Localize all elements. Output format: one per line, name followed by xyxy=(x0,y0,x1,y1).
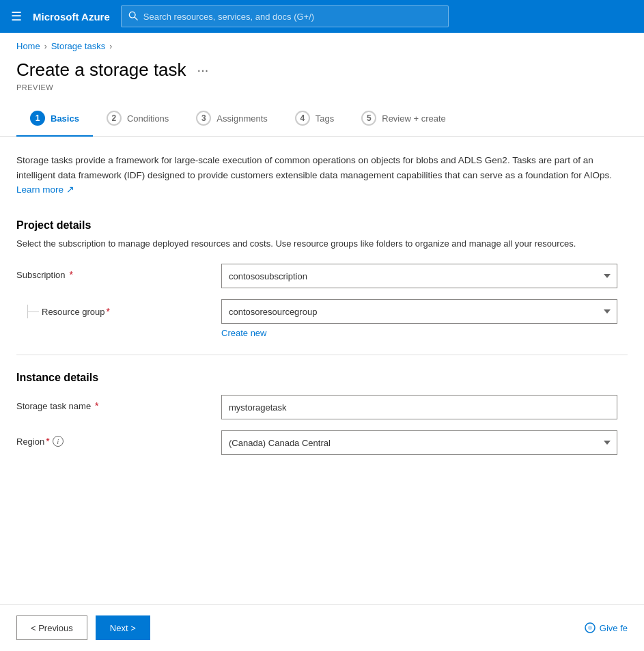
wizard-step-5[interactable]: 5 Review + create xyxy=(348,100,460,137)
region-select[interactable]: (Canada) Canada Central xyxy=(221,430,617,455)
storage-task-name-group: Storage task name * xyxy=(16,395,628,419)
step-circle-5: 5 xyxy=(361,111,376,126)
breadcrumb-storage-tasks[interactable]: Storage tasks xyxy=(51,41,106,51)
page-title: Create a storage task xyxy=(16,59,186,81)
storage-task-name-field-col xyxy=(221,395,617,419)
step-label-3: Assignments xyxy=(216,113,267,124)
project-details-desc: Select the subscription to manage deploy… xyxy=(16,237,628,251)
region-label: Region xyxy=(16,437,44,447)
wizard-steps: 1 Basics 2 Conditions 3 Assignments 4 Ta… xyxy=(0,100,644,137)
breadcrumb-sep-1: › xyxy=(44,42,47,51)
subscription-select-wrapper: contososubscription xyxy=(221,264,617,288)
storage-task-name-label: Storage task name xyxy=(16,401,91,411)
subscription-field-col: contososubscription xyxy=(221,264,617,288)
region-required: * xyxy=(46,436,49,447)
resource-group-label: Resource group xyxy=(42,307,105,317)
region-select-wrapper: (Canada) Canada Central xyxy=(221,430,617,455)
instance-details-title: Instance details xyxy=(16,372,628,384)
subscription-select[interactable]: contososubscription xyxy=(221,264,617,288)
step-circle-2: 2 xyxy=(107,111,122,126)
step-label-5: Review + create xyxy=(382,113,446,124)
search-input[interactable] xyxy=(143,12,441,22)
storage-task-name-input[interactable] xyxy=(221,395,617,419)
section-divider xyxy=(16,355,628,355)
learn-more-link[interactable]: Learn more ↗ xyxy=(16,184,74,195)
next-button[interactable]: Next > xyxy=(96,615,150,640)
wizard-step-3[interactable]: 3 Assignments xyxy=(182,100,281,137)
topbar: ☰ Microsoft Azure xyxy=(0,0,644,33)
step-label-2: Conditions xyxy=(127,113,169,124)
region-field-col: (Canada) Canada Central xyxy=(221,430,617,455)
search-icon xyxy=(128,11,138,23)
description-text: Storage tasks provide a framework for la… xyxy=(16,153,617,197)
footer-bar: < Previous Next > Give fe xyxy=(0,604,644,651)
previous-button[interactable]: < Previous xyxy=(16,615,87,640)
page-header: Create a storage task ··· xyxy=(0,54,644,83)
resource-group-select[interactable]: contosoresourcegroup xyxy=(221,299,617,324)
wizard-step-1[interactable]: 1 Basics xyxy=(16,100,93,137)
region-info-icon[interactable]: i xyxy=(53,436,64,447)
region-group: Region * i (Canada) Canada Central xyxy=(16,430,628,455)
step-circle-4: 4 xyxy=(295,111,310,126)
wizard-step-2[interactable]: 2 Conditions xyxy=(93,100,182,137)
breadcrumb-sep-2: › xyxy=(109,42,112,51)
resource-group-select-wrapper: contosoresourcegroup xyxy=(221,299,617,324)
wizard-step-4[interactable]: 4 Tags xyxy=(281,100,348,137)
search-box xyxy=(121,5,449,27)
storage-task-name-required: * xyxy=(95,400,98,411)
step-circle-3: 3 xyxy=(196,111,211,126)
hamburger-menu[interactable]: ☰ xyxy=(11,9,22,24)
breadcrumb-home[interactable]: Home xyxy=(16,41,40,51)
svg-point-3 xyxy=(588,626,592,630)
resource-group-field-col: contosoresourcegroup Create new xyxy=(221,299,617,338)
page-more-button[interactable]: ··· xyxy=(195,59,212,81)
preview-badge: PREVIEW xyxy=(0,83,644,100)
step-label-4: Tags xyxy=(316,113,334,124)
subscription-group: Subscription * contososubscription xyxy=(16,264,628,288)
breadcrumb: Home › Storage tasks › xyxy=(0,33,644,54)
step-circle-1: 1 xyxy=(30,111,45,126)
step-label-1: Basics xyxy=(51,113,79,124)
resource-group-required: * xyxy=(107,306,110,317)
give-feedback[interactable]: Give fe xyxy=(585,622,628,633)
resource-group-group: Resource group * contosoresourcegroup Cr… xyxy=(16,299,628,338)
app-title: Microsoft Azure xyxy=(33,11,110,23)
svg-line-1 xyxy=(135,17,137,20)
create-new-link[interactable]: Create new xyxy=(221,328,266,338)
main-container: Home › Storage tasks › Create a storage … xyxy=(0,33,644,651)
subscription-required: * xyxy=(69,269,72,280)
content-area: Storage tasks provide a framework for la… xyxy=(0,137,644,604)
subscription-label: Subscription xyxy=(16,270,66,280)
project-details-title: Project details xyxy=(16,219,628,232)
